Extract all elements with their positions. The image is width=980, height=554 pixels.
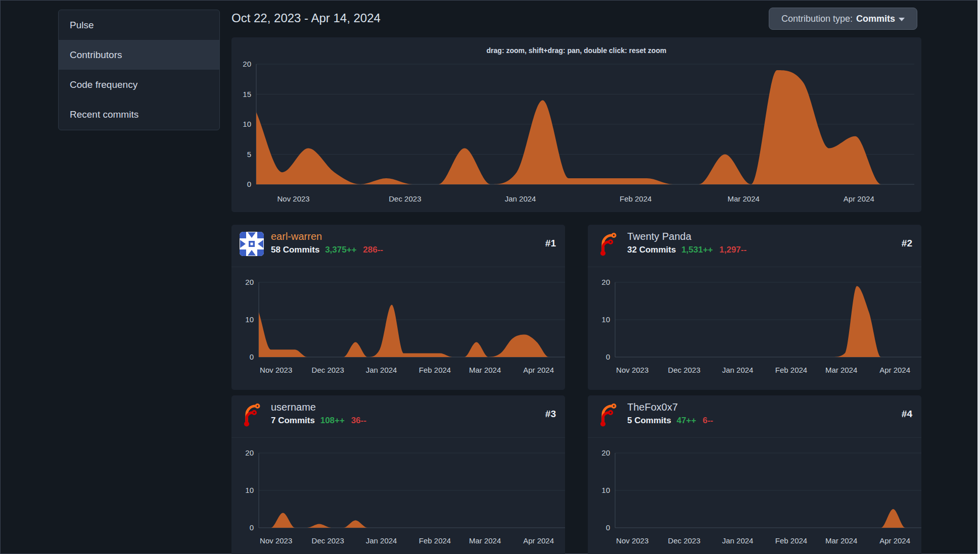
svg-text:20: 20 — [245, 448, 254, 457]
forgejo-logo-avatar — [240, 402, 264, 427]
svg-text:Dec 2023: Dec 2023 — [668, 536, 701, 545]
sidebar-item-pulse[interactable]: Pulse — [59, 10, 219, 40]
svg-text:Feb 2024: Feb 2024 — [419, 536, 451, 545]
svg-text:10: 10 — [601, 315, 610, 324]
svg-text:10: 10 — [601, 486, 610, 494]
svg-text:15: 15 — [243, 90, 251, 98]
sidebar-item-code-frequency[interactable]: Code frequency — [59, 70, 219, 99]
contributor-card-header: TheFox0x7 5 Commits 47++ 6-- #4 — [588, 395, 921, 438]
contributor-name[interactable]: earl-warren — [271, 231, 322, 242]
svg-text:Mar 2024: Mar 2024 — [728, 194, 760, 203]
svg-text:Dec 2023: Dec 2023 — [312, 536, 344, 545]
commit-count: 32 — [627, 245, 637, 255]
svg-text:Jan 2024: Jan 2024 — [366, 366, 397, 374]
svg-text:Dec 2023: Dec 2023 — [668, 366, 701, 374]
contributor-card-header: username 7 Commits 108++ 36-- #3 — [231, 395, 565, 438]
additions: 3,375++ — [325, 245, 356, 255]
contribution-type-label: Contribution type: — [781, 14, 853, 24]
deletions: 36-- — [351, 416, 366, 425]
contributor-stats: 58 Commits 3,375++ 286-- — [271, 245, 383, 255]
commit-count: 5 — [627, 416, 632, 425]
contributor-card-2: Twenty Panda 32 Commits 1,531++ 1,297-- … — [588, 225, 921, 390]
additions: 47++ — [677, 416, 696, 425]
svg-text:Jan 2024: Jan 2024 — [366, 536, 397, 545]
contribution-type-dropdown[interactable]: Contribution type: Commits — [769, 8, 917, 30]
svg-text:0: 0 — [606, 352, 610, 361]
contributor-name[interactable]: TheFox0x7 — [627, 401, 678, 413]
svg-text:10: 10 — [243, 120, 251, 128]
svg-text:Dec 2023: Dec 2023 — [312, 366, 344, 374]
contributor-card-header: Twenty Panda 32 Commits 1,531++ 1,297-- … — [588, 225, 921, 267]
contributor-stats: 7 Commits 108++ 36-- — [271, 416, 366, 426]
svg-text:10: 10 — [245, 486, 254, 494]
contributor-chart-4[interactable]: 01020Nov 2023Dec 2023Jan 2024Feb 2024Mar… — [588, 444, 921, 554]
contributor-rank: #3 — [545, 409, 556, 420]
svg-text:Apr 2024: Apr 2024 — [879, 366, 910, 374]
svg-text:0: 0 — [250, 352, 254, 361]
contributor-card-3: username 7 Commits 108++ 36-- #3 01020No… — [231, 395, 565, 554]
svg-text:Nov 2023: Nov 2023 — [616, 366, 648, 374]
svg-text:Nov 2023: Nov 2023 — [616, 536, 648, 545]
svg-text:Jan 2024: Jan 2024 — [722, 536, 754, 545]
chevron-down-icon — [899, 18, 905, 21]
svg-text:20: 20 — [601, 448, 610, 457]
svg-text:10: 10 — [245, 315, 254, 324]
contributor-stats: 32 Commits 1,531++ 1,297-- — [627, 245, 746, 255]
contributor-chart-1[interactable]: 01020Nov 2023Dec 2023Jan 2024Feb 2024Mar… — [231, 273, 565, 390]
contribution-type-value: Commits — [856, 14, 895, 24]
commits-word: Commits — [634, 416, 671, 425]
deletions: 6-- — [703, 416, 713, 425]
deletions: 1,297-- — [719, 245, 746, 255]
page-scrollbar[interactable] — [977, 0, 980, 554]
svg-text:Jan 2024: Jan 2024 — [722, 366, 754, 374]
svg-text:Nov 2023: Nov 2023 — [277, 194, 309, 203]
svg-text:Apr 2024: Apr 2024 — [844, 194, 874, 203]
contributor-stats: 5 Commits 47++ 6-- — [627, 416, 713, 426]
commit-count: 7 — [271, 416, 275, 425]
svg-text:Feb 2024: Feb 2024 — [620, 194, 651, 203]
svg-text:0: 0 — [247, 180, 251, 188]
contributor-rank: #4 — [902, 409, 912, 420]
main-contribution-chart[interactable]: 05101520Nov 2023Dec 2023Jan 2024Feb 2024… — [231, 37, 921, 212]
commits-word: Commits — [639, 245, 676, 255]
svg-text:Feb 2024: Feb 2024 — [775, 536, 807, 545]
additions: 108++ — [320, 416, 345, 425]
svg-text:20: 20 — [243, 60, 251, 68]
svg-text:20: 20 — [601, 278, 610, 286]
contributor-rank: #2 — [902, 238, 912, 249]
svg-text:Feb 2024: Feb 2024 — [419, 366, 451, 374]
chart-zoom-hint: drag: zoom, shift+drag: pan, double clic… — [231, 46, 921, 55]
sidebar-item-contributors[interactable]: Contributors — [59, 40, 219, 70]
svg-text:20: 20 — [245, 278, 254, 286]
svg-text:Jan 2024: Jan 2024 — [505, 194, 536, 203]
svg-text:Feb 2024: Feb 2024 — [775, 366, 807, 374]
avatar — [240, 232, 264, 256]
contributor-chart-2[interactable]: 01020Nov 2023Dec 2023Jan 2024Feb 2024Mar… — [588, 273, 921, 390]
svg-text:0: 0 — [250, 523, 254, 532]
additions: 1,531++ — [681, 245, 713, 255]
svg-text:Apr 2024: Apr 2024 — [523, 366, 554, 374]
contributor-name[interactable]: username — [271, 401, 316, 413]
svg-text:Dec 2023: Dec 2023 — [389, 194, 421, 203]
deletions: 286-- — [363, 245, 383, 255]
svg-text:Apr 2024: Apr 2024 — [523, 536, 554, 545]
page-title: Oct 22, 2023 - Apr 14, 2024 — [231, 11, 381, 25]
svg-text:5: 5 — [247, 150, 251, 159]
overall-contributions-panel: drag: zoom, shift+drag: pan, double clic… — [231, 37, 921, 212]
svg-text:Apr 2024: Apr 2024 — [879, 536, 910, 545]
contributor-name[interactable]: Twenty Panda — [627, 231, 691, 242]
svg-text:Mar 2024: Mar 2024 — [469, 536, 501, 545]
contributor-chart-3[interactable]: 01020Nov 2023Dec 2023Jan 2024Feb 2024Mar… — [231, 444, 565, 554]
commit-count: 58 — [271, 245, 281, 255]
contributor-card-4: TheFox0x7 5 Commits 47++ 6-- #4 01020Nov… — [588, 395, 921, 554]
repo-activity-sidebar: Pulse Contributors Code frequency Recent… — [58, 10, 220, 130]
svg-text:Nov 2023: Nov 2023 — [260, 536, 292, 545]
contributors-page: { "sidebar": { "items": [ { "label": "Pu… — [0, 0, 980, 554]
svg-text:Mar 2024: Mar 2024 — [825, 366, 857, 374]
svg-text:0: 0 — [606, 523, 610, 532]
svg-text:Mar 2024: Mar 2024 — [469, 366, 501, 374]
contributor-card-1: earl-warren 58 Commits 3,375++ 286-- #1 … — [231, 225, 565, 390]
sidebar-item-recent-commits[interactable]: Recent commits — [59, 99, 219, 129]
contributor-rank: #1 — [545, 238, 556, 249]
contributor-card-header: earl-warren 58 Commits 3,375++ 286-- #1 — [231, 225, 565, 267]
